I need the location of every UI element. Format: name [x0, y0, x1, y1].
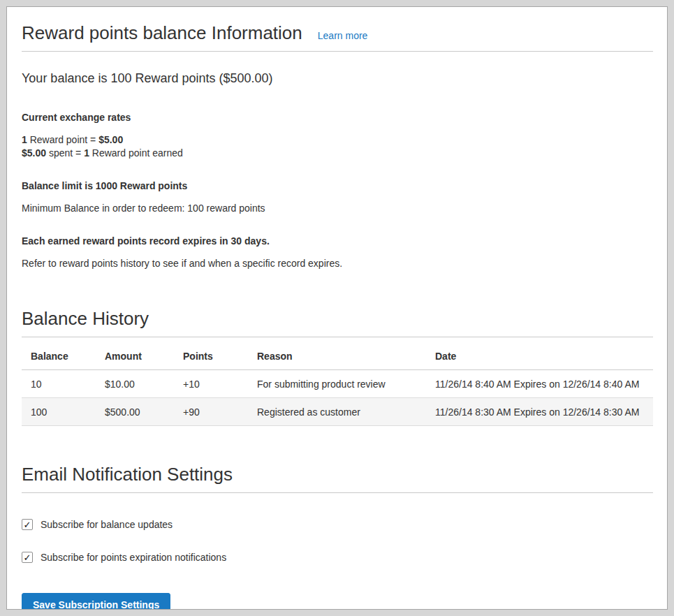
column-header-balance: Balance — [22, 342, 96, 370]
rate-spend-points: 1 — [84, 147, 89, 159]
expiry-note: Refer to reward points history to see if… — [22, 257, 653, 270]
reward-points-panel: Reward points balance Information Learn … — [6, 6, 668, 610]
rate-spend-line: $5.00 spent = 1 Reward point earned — [22, 147, 653, 160]
page-title: Reward points balance Information — [22, 22, 302, 43]
balance-limit-heading: Balance limit is 1000 Reward points — [22, 179, 653, 192]
expiration-notifications-checkbox[interactable]: ✓ — [22, 552, 33, 563]
expiration-notifications-option: ✓ Subscribe for points expiration notifi… — [22, 552, 653, 563]
cell-amount: $500.00 — [96, 398, 174, 426]
balance-history-divider — [22, 337, 653, 337]
balance-history-title: Balance History — [22, 308, 653, 329]
balance-updates-label[interactable]: Subscribe for balance updates — [41, 519, 173, 530]
save-subscription-settings-button[interactable]: Save Subscription Settings — [22, 593, 170, 610]
cell-balance: 10 — [22, 370, 96, 398]
balance-updates-checkbox[interactable]: ✓ — [22, 519, 33, 530]
header-divider — [22, 51, 653, 52]
balance-updates-option: ✓ Subscribe for balance updates — [22, 519, 653, 530]
balance-summary: Your balance is 100 Reward points ($500.… — [22, 71, 653, 86]
email-settings-divider — [22, 492, 653, 493]
rate-earn-text: Reward point = — [27, 134, 98, 145]
balance-history-table: Balance Amount Points Reason Date 10 $10… — [22, 342, 653, 426]
minimum-balance-note: Minimum Balance in order to redeem: 100 … — [22, 202, 653, 215]
exchange-rates-heading: Current exchange rates — [22, 111, 653, 124]
column-header-amount: Amount — [96, 342, 174, 370]
rate-earn-line: 1 Reward point = $5.00 — [22, 133, 653, 147]
column-header-date: Date — [426, 342, 653, 370]
learn-more-link[interactable]: Learn more — [318, 30, 368, 41]
cell-points: +10 — [174, 370, 248, 398]
table-row: 10 $10.00 +10 For submitting product rev… — [22, 370, 653, 398]
cell-date: 11/26/14 8:30 AM Expires on 12/26/14 8:3… — [426, 398, 653, 426]
rate-spend-value: $5.00 — [22, 147, 46, 159]
table-row: 100 $500.00 +90 Registered as customer 1… — [22, 398, 653, 426]
check-icon: ✓ — [24, 520, 31, 529]
cell-points: +90 — [174, 398, 248, 426]
cell-reason: For submitting product review — [248, 370, 426, 398]
rate-earn-value: $5.00 — [98, 134, 123, 145]
check-icon: ✓ — [24, 553, 31, 562]
table-header-row: Balance Amount Points Reason Date — [22, 342, 653, 370]
rate-spend-text-2: Reward point earned — [89, 147, 183, 159]
column-header-points: Points — [174, 342, 248, 370]
email-settings-title: Email Notification Settings — [22, 464, 653, 485]
cell-amount: $10.00 — [96, 370, 174, 398]
page-header: Reward points balance Information Learn … — [22, 7, 653, 43]
rate-earn-points: 1 — [22, 134, 27, 145]
column-header-reason: Reason — [248, 342, 426, 370]
rate-spend-text: spent = — [46, 147, 84, 159]
cell-balance: 100 — [22, 398, 96, 426]
expiration-notifications-label[interactable]: Subscribe for points expiration notifica… — [41, 552, 226, 563]
cell-date: 11/26/14 8:40 AM Expires on 12/26/14 8:4… — [426, 370, 653, 398]
cell-reason: Registered as customer — [248, 398, 426, 426]
expiry-heading: Each earned reward points record expires… — [22, 235, 653, 247]
